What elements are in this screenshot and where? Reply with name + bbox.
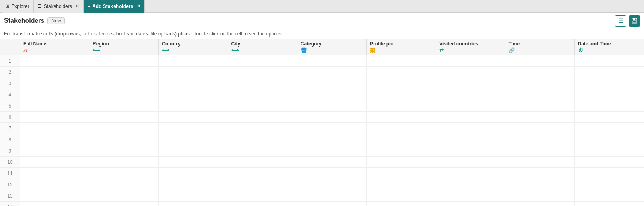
tab-add-stakeholders[interactable]: + Add Stakeholders ✕ <box>84 0 145 13</box>
cell-visited[interactable] <box>436 89 505 100</box>
cell-time[interactable] <box>505 168 574 179</box>
cell-time[interactable] <box>505 134 574 145</box>
tab-stakeholders[interactable]: ☰ Stakeholders ✕ <box>34 0 84 13</box>
cell-country[interactable] <box>159 179 228 190</box>
cell-country[interactable] <box>159 100 228 112</box>
table-row[interactable]: 6 <box>0 112 644 123</box>
cell-visited[interactable] <box>436 100 505 112</box>
cell-region[interactable] <box>89 55 159 67</box>
cell-datetime[interactable] <box>574 100 644 112</box>
cell-city[interactable] <box>228 67 297 78</box>
cell-category[interactable] <box>297 157 366 168</box>
table-row[interactable]: 11 <box>0 168 644 179</box>
cell-datetime[interactable] <box>574 78 644 89</box>
cell-region[interactable] <box>89 123 159 134</box>
cell-fullname[interactable] <box>20 134 89 145</box>
cell-visited[interactable] <box>436 190 505 202</box>
cell-datetime[interactable] <box>574 168 644 179</box>
cell-city[interactable] <box>228 168 297 179</box>
cell-datetime[interactable] <box>574 134 644 145</box>
cell-city[interactable] <box>228 179 297 190</box>
cell-profilepic[interactable] <box>366 89 436 100</box>
cell-category[interactable] <box>297 179 366 190</box>
cell-profilepic[interactable] <box>366 168 436 179</box>
table-row[interactable]: 10 <box>0 157 644 168</box>
cell-profilepic[interactable] <box>366 67 436 78</box>
table-row[interactable]: 3 <box>0 78 644 89</box>
cell-region[interactable] <box>89 112 159 123</box>
cell-country[interactable] <box>159 190 228 202</box>
cell-datetime[interactable] <box>574 202 644 206</box>
cell-country[interactable] <box>159 145 228 157</box>
table-row[interactable]: 12 <box>0 179 644 190</box>
cell-fullname[interactable] <box>20 145 89 157</box>
cell-datetime[interactable] <box>574 89 644 100</box>
list-view-button[interactable]: ☰ <box>615 15 626 27</box>
cell-profilepic[interactable] <box>366 55 436 67</box>
cell-visited[interactable] <box>436 78 505 89</box>
cell-visited[interactable] <box>436 67 505 78</box>
cell-region[interactable] <box>89 134 159 145</box>
table-row[interactable]: 5 <box>0 100 644 112</box>
cell-country[interactable] <box>159 55 228 67</box>
cell-visited[interactable] <box>436 123 505 134</box>
table-row[interactable]: 8 <box>0 134 644 145</box>
cell-country[interactable] <box>159 157 228 168</box>
cell-profilepic[interactable] <box>366 123 436 134</box>
cell-region[interactable] <box>89 168 159 179</box>
cell-fullname[interactable] <box>20 78 89 89</box>
cell-region[interactable] <box>89 190 159 202</box>
cell-datetime[interactable] <box>574 157 644 168</box>
cell-time[interactable] <box>505 89 574 100</box>
cell-profilepic[interactable] <box>366 179 436 190</box>
cell-datetime[interactable] <box>574 145 644 157</box>
cell-city[interactable] <box>228 190 297 202</box>
cell-time[interactable] <box>505 179 574 190</box>
cell-fullname[interactable] <box>20 190 89 202</box>
cell-region[interactable] <box>89 157 159 168</box>
table-row[interactable]: 13 <box>0 190 644 202</box>
save-button[interactable] <box>629 15 640 27</box>
cell-category[interactable] <box>297 78 366 89</box>
cell-time[interactable] <box>505 67 574 78</box>
cell-fullname[interactable] <box>20 100 89 112</box>
table-row[interactable]: 1 <box>0 55 644 67</box>
cell-time[interactable] <box>505 55 574 67</box>
cell-time[interactable] <box>505 100 574 112</box>
cell-country[interactable] <box>159 67 228 78</box>
cell-time[interactable] <box>505 157 574 168</box>
cell-category[interactable] <box>297 168 366 179</box>
cell-visited[interactable] <box>436 157 505 168</box>
col-header-region[interactable]: Region ⟷ <box>89 39 159 55</box>
cell-city[interactable] <box>228 202 297 206</box>
col-header-time[interactable]: Time 🔗 <box>505 39 574 55</box>
cell-category[interactable] <box>297 134 366 145</box>
cell-city[interactable] <box>228 157 297 168</box>
col-header-category[interactable]: Category 🪣 <box>297 39 366 55</box>
col-header-fullname[interactable]: Full Name A <box>20 39 89 55</box>
cell-fullname[interactable] <box>20 168 89 179</box>
cell-visited[interactable] <box>436 112 505 123</box>
cell-datetime[interactable] <box>574 123 644 134</box>
cell-datetime[interactable] <box>574 190 644 202</box>
table-row[interactable]: 2 <box>0 67 644 78</box>
cell-datetime[interactable] <box>574 179 644 190</box>
cell-profilepic[interactable] <box>366 145 436 157</box>
cell-country[interactable] <box>159 168 228 179</box>
cell-datetime[interactable] <box>574 112 644 123</box>
cell-country[interactable] <box>159 134 228 145</box>
cell-visited[interactable] <box>436 55 505 67</box>
cell-profilepic[interactable] <box>366 78 436 89</box>
close-stakeholders-tab-icon[interactable]: ✕ <box>76 4 79 9</box>
cell-city[interactable] <box>228 55 297 67</box>
cell-category[interactable] <box>297 55 366 67</box>
cell-city[interactable] <box>228 145 297 157</box>
cell-category[interactable] <box>297 190 366 202</box>
cell-fullname[interactable] <box>20 202 89 206</box>
table-row[interactable]: 4 <box>0 89 644 100</box>
cell-profilepic[interactable] <box>366 134 436 145</box>
cell-city[interactable] <box>228 100 297 112</box>
cell-profilepic[interactable] <box>366 100 436 112</box>
cell-region[interactable] <box>89 67 159 78</box>
col-header-datetime[interactable]: Date and Time ⏱ <box>574 39 644 55</box>
